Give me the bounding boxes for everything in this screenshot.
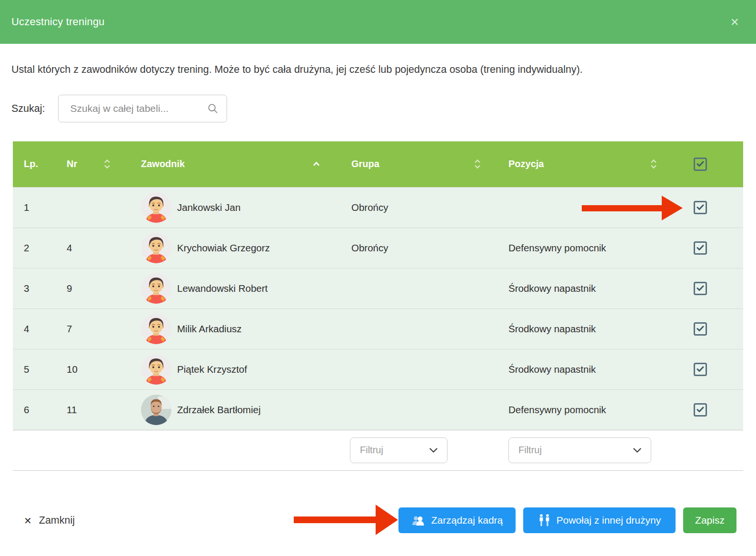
close-icon[interactable]: × xyxy=(730,15,739,29)
player-name: Piątek Krzysztof xyxy=(177,364,247,375)
cell-lp: 5 xyxy=(13,349,61,389)
column-header-select-all xyxy=(671,141,743,187)
player-avatar xyxy=(141,192,171,223)
cell-grupa xyxy=(338,349,495,389)
player-avatar xyxy=(141,314,171,344)
cell-pozycja: Środkowy napastnik xyxy=(495,349,671,389)
cell-lp: 6 xyxy=(13,389,61,430)
player-name: Krychowiak Grzegorz xyxy=(177,242,270,254)
cell-lp: 1 xyxy=(13,187,61,228)
manage-squad-button[interactable]: Zarządzaj kadrą xyxy=(398,507,516,533)
cell-lp: 3 xyxy=(13,268,61,308)
player-avatar xyxy=(141,233,171,263)
search-box xyxy=(58,95,227,122)
modal-header: Uczestnicy treningu × xyxy=(0,0,756,44)
cell-pozycja: Środkowy napastnik xyxy=(495,268,671,308)
player-name: Milik Arkadiusz xyxy=(177,323,242,335)
sort-both-icon xyxy=(474,159,481,169)
player-name: Jankowski Jan xyxy=(177,202,240,213)
filter-grupa-dropdown[interactable]: Filtruj xyxy=(350,437,448,463)
cell-nr: 9 xyxy=(61,268,135,308)
save-button[interactable]: Zapisz xyxy=(683,507,736,533)
modal-footer: ✕ Zamknij Zarządzaj kadrą Powołaj z inne… xyxy=(0,505,756,536)
cell-lp: 4 xyxy=(13,308,61,349)
table-row: 1 Jankowski Jan Obrońcy xyxy=(13,187,743,228)
users-icon xyxy=(411,515,426,526)
chevron-down-icon xyxy=(429,448,438,453)
cell-nr xyxy=(61,187,135,228)
player-name: Lewandowski Robert xyxy=(177,283,268,294)
cell-lp: 2 xyxy=(13,228,61,268)
cell-nr: 11 xyxy=(61,389,135,430)
column-header-lp[interactable]: Lp. xyxy=(13,141,61,187)
row-checkbox[interactable] xyxy=(694,322,707,336)
cell-pozycja xyxy=(495,187,671,228)
training-participants-modal: Uczestnicy treningu × Ustal których z za… xyxy=(0,0,756,556)
sort-asc-icon xyxy=(313,162,320,166)
row-checkbox[interactable] xyxy=(694,241,707,255)
cell-nr: 7 xyxy=(61,308,135,349)
cell-grupa xyxy=(338,308,495,349)
table-row: 6 11 Zdrzałek Bartłomiej Defensywny pomo… xyxy=(13,389,743,430)
close-link-label: Zamknij xyxy=(39,515,75,526)
close-modal-link[interactable]: ✕ Zamknij xyxy=(24,515,75,526)
call-up-from-other-team-button[interactable]: Powołaj z innej drużyny xyxy=(523,507,676,533)
modal-description: Ustal których z zawodników dotyczy treni… xyxy=(11,64,745,76)
search-label: Szukaj: xyxy=(11,103,45,115)
row-checkbox[interactable] xyxy=(694,282,707,295)
cell-pozycja: Defensywny pomocnik xyxy=(495,228,671,268)
cell-grupa: Obrońcy xyxy=(338,228,495,268)
sort-both-icon xyxy=(104,159,110,169)
chevron-down-icon xyxy=(633,448,641,453)
cell-pozycja: Środkowy napastnik xyxy=(495,308,671,349)
cell-nr: 4 xyxy=(61,228,135,268)
table-row: 5 10 Piątek Krzysztof Środkowy napastnik xyxy=(13,349,743,389)
row-checkbox[interactable] xyxy=(694,363,707,376)
cell-grupa xyxy=(338,268,495,308)
sort-both-icon xyxy=(650,159,657,169)
close-x-icon: ✕ xyxy=(24,515,32,526)
player-name: Zdrzałek Bartłomiej xyxy=(177,404,260,416)
column-header-grupa[interactable]: Grupa xyxy=(338,141,495,187)
cell-nr: 10 xyxy=(61,349,135,389)
column-header-pozycja[interactable]: Pozycja xyxy=(495,141,671,187)
player-avatar xyxy=(141,354,171,385)
participants-table: Lp. Nr Zawodnik Grupa Pozycja xyxy=(13,141,743,471)
people-icon xyxy=(538,514,551,527)
search-row: Szukaj: xyxy=(11,95,745,122)
filter-pozycja-dropdown[interactable]: Filtruj xyxy=(508,437,651,463)
row-checkbox[interactable] xyxy=(694,403,707,417)
search-icon xyxy=(208,103,218,114)
table-row: 3 9 Lewandowski Robert Środkowy napastni… xyxy=(13,268,743,308)
table-row: 2 4 Krychowiak Grzegorz Obrońcy Defensyw… xyxy=(13,228,743,268)
filter-row: Filtruj Filtruj xyxy=(13,430,743,470)
column-header-zawodnik[interactable]: Zawodnik xyxy=(135,141,338,187)
row-checkbox[interactable] xyxy=(694,201,707,214)
page-title: Uczestnicy treningu xyxy=(11,16,105,28)
cell-grupa: Obrońcy xyxy=(338,187,495,228)
table-header-row: Lp. Nr Zawodnik Grupa Pozycja xyxy=(13,141,743,187)
cell-pozycja: Defensywny pomocnik xyxy=(495,389,671,430)
search-input[interactable] xyxy=(59,95,227,122)
player-avatar xyxy=(141,395,171,425)
table-row: 4 7 Milik Arkadiusz Środkowy napastnik xyxy=(13,308,743,349)
player-avatar xyxy=(141,273,171,304)
cell-grupa xyxy=(338,389,495,430)
select-all-checkbox[interactable] xyxy=(694,158,707,171)
column-header-nr[interactable]: Nr xyxy=(61,141,135,187)
